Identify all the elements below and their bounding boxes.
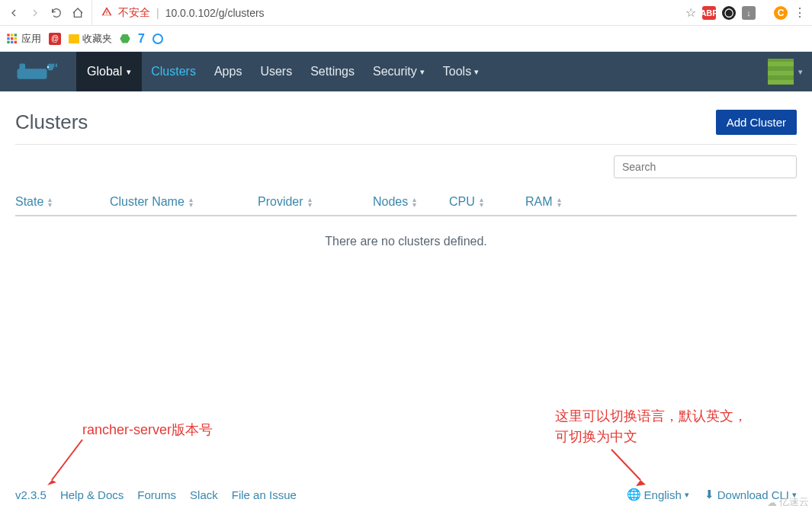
- back-button[interactable]: [6, 5, 21, 21]
- browser-toolbar: 不安全 | 10.0.0.102/g/clusters ☆ ABP ◯ ↓ C …: [0, 0, 812, 26]
- chevron-down-icon: ▾: [474, 67, 479, 77]
- annotation-arrow-icon: [44, 438, 90, 488]
- chevron-down-icon: ▾: [685, 490, 689, 500]
- svg-rect-7: [11, 40, 13, 43]
- main-content: Clusters Add Cluster State▴▾ Cluster Nam…: [0, 91, 812, 267]
- bookmark-item[interactable]: ⬣: [120, 31, 130, 46]
- forward-button[interactable]: [27, 5, 43, 21]
- cloud-icon: ☁: [767, 497, 777, 508]
- version-label[interactable]: v2.3.5: [15, 488, 47, 501]
- chevron-down-icon: ▾: [420, 67, 425, 77]
- svg-rect-13: [53, 64, 54, 68]
- svg-rect-14: [56, 64, 57, 68]
- svg-point-12: [47, 66, 49, 68]
- sort-icon: ▴▾: [557, 197, 561, 207]
- annotation-language: 这里可以切换语言，默认英文，可切换为中文: [555, 406, 753, 447]
- search-input[interactable]: [614, 155, 797, 178]
- download-icon[interactable]: ↓: [742, 6, 756, 20]
- table-header: State▴▾ Cluster Name▴▾ Provider▴▾ Nodes▴…: [15, 189, 797, 216]
- chevron-down-icon: ▾: [798, 67, 803, 77]
- sort-icon: ▴▾: [308, 197, 312, 207]
- divider: [15, 144, 797, 145]
- sort-icon: ▴▾: [48, 197, 52, 207]
- star-icon[interactable]: ☆: [685, 5, 696, 20]
- bookmark-item[interactable]: 7: [138, 32, 145, 46]
- svg-rect-4: [11, 37, 13, 40]
- svg-marker-16: [47, 480, 56, 485]
- svg-line-15: [52, 440, 82, 480]
- svg-rect-8: [14, 40, 17, 43]
- watermark: ☁ 亿速云: [767, 495, 809, 509]
- svg-rect-10: [20, 64, 26, 71]
- app-topnav: Global ▾ Clusters Apps Users Settings Se…: [0, 52, 812, 91]
- col-cluster-name[interactable]: Cluster Name▴▾: [110, 195, 258, 209]
- globe-icon: 🌐: [627, 488, 641, 501]
- nav-clusters[interactable]: Clusters: [142, 52, 205, 91]
- reload-button[interactable]: [49, 5, 64, 21]
- avatar: [768, 59, 794, 85]
- rancher-logo[interactable]: [15, 60, 76, 83]
- sort-icon: ▴▾: [412, 197, 416, 207]
- circle-icon: [152, 34, 163, 44]
- url-text: 10.0.0.102/g/clusters: [165, 7, 265, 19]
- svg-rect-3: [7, 37, 9, 40]
- nav-apps[interactable]: Apps: [205, 52, 251, 91]
- sort-icon: ▴▾: [480, 197, 483, 207]
- apps-label: 应用: [21, 32, 41, 46]
- address-bar[interactable]: 不安全 | 10.0.0.102/g/clusters: [91, 0, 679, 25]
- language-switcher[interactable]: 🌐 English ▾: [627, 488, 689, 501]
- apps-shortcut[interactable]: 应用: [6, 32, 41, 46]
- annotation-arrow-icon: [604, 448, 650, 490]
- col-cpu[interactable]: CPU▴▾: [449, 195, 525, 209]
- download-icon: ⬇: [704, 488, 714, 501]
- nav-security[interactable]: Security▾: [364, 52, 434, 91]
- global-dropdown[interactable]: Global ▾: [76, 52, 142, 91]
- svg-rect-2: [14, 34, 17, 36]
- abp-extension-icon[interactable]: ABP: [702, 6, 716, 20]
- svg-rect-6: [7, 40, 9, 43]
- chevron-down-icon: ▾: [127, 67, 131, 77]
- extension-icon[interactable]: ◯: [722, 6, 736, 20]
- sort-icon: ▴▾: [189, 197, 193, 207]
- footer-forums[interactable]: Forums: [137, 488, 176, 501]
- nav-tools[interactable]: Tools▾: [434, 52, 488, 91]
- user-menu[interactable]: ▾: [768, 59, 803, 85]
- bookmark-item[interactable]: @: [49, 33, 61, 45]
- insecure-label: 不安全: [118, 6, 150, 20]
- add-cluster-button[interactable]: Add Cluster: [716, 110, 797, 135]
- col-provider[interactable]: Provider▴▾: [258, 195, 373, 209]
- bookmark-folder[interactable]: 收藏夹: [69, 32, 112, 46]
- col-nodes[interactable]: Nodes▴▾: [373, 195, 449, 209]
- empty-state-message: There are no clusters defined.: [15, 216, 797, 267]
- bookmark-item[interactable]: [152, 34, 163, 44]
- col-ram[interactable]: RAM▴▾: [525, 195, 586, 209]
- profile-icon[interactable]: C: [774, 6, 788, 20]
- svg-marker-18: [636, 480, 646, 486]
- nav-settings[interactable]: Settings: [301, 52, 364, 91]
- footer-issue[interactable]: File an Issue: [232, 488, 297, 501]
- footer-slack[interactable]: Slack: [190, 488, 218, 501]
- svg-rect-1: [11, 34, 13, 36]
- bookmarks-bar: 应用 @ 收藏夹 ⬣ 7: [0, 26, 812, 52]
- home-button[interactable]: [70, 5, 85, 21]
- svg-rect-5: [14, 37, 17, 40]
- annotation-version: rancher-server版本号: [82, 421, 213, 439]
- col-state[interactable]: State▴▾: [15, 195, 110, 209]
- footer-help[interactable]: Help & Docs: [60, 488, 124, 501]
- footer: v2.3.5 Help & Docs Forums Slack File an …: [0, 488, 812, 501]
- nav-users[interactable]: Users: [251, 52, 301, 91]
- shield-icon: ⬣: [120, 31, 130, 46]
- apps-icon: [6, 33, 18, 45]
- browser-menu-icon[interactable]: ⋮: [794, 5, 806, 20]
- svg-line-17: [611, 450, 640, 480]
- page-title: Clusters: [15, 110, 88, 134]
- warning-icon: [101, 6, 112, 19]
- svg-rect-0: [7, 34, 9, 36]
